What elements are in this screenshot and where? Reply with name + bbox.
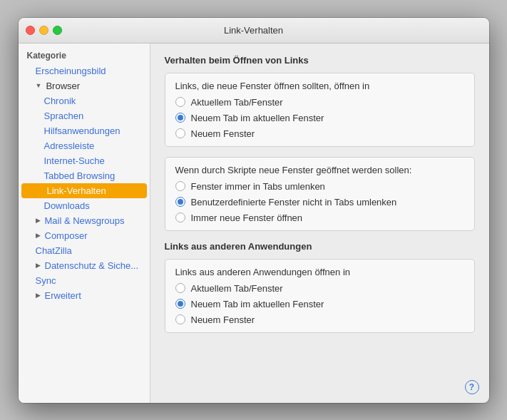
- radio-1a-label: Aktuellem Tab/Fenster: [191, 97, 283, 108]
- sidebar-item-sprachen[interactable]: Sprachen: [19, 108, 150, 123]
- expand-icon-composer: ▶: [36, 232, 41, 239]
- tabbed-browsing-link[interactable]: Tabbed Browsing: [44, 170, 116, 181]
- radio-1c-label: Neuem Fenster: [191, 128, 255, 139]
- radio-option-2c[interactable]: Immer neue Fenster öffnen: [175, 212, 464, 223]
- radio-option-2b[interactable]: Benutzerdefinierte Fenster nicht in Tabs…: [175, 197, 464, 208]
- expand-icon-mail: ▶: [36, 217, 41, 224]
- erweitert-link[interactable]: Erweitert: [45, 290, 81, 301]
- erscheinungsbild-link[interactable]: Erscheinungsbild: [36, 66, 106, 76]
- downloads-link[interactable]: Downloads: [44, 200, 90, 211]
- sidebar-item-composer[interactable]: ▶ Composer: [19, 228, 150, 243]
- datenschutz-link[interactable]: Datenschutz & Siche...: [45, 260, 139, 271]
- mail-newsgroups-link[interactable]: Mail & Newsgroups: [45, 215, 125, 226]
- main-window: Link-Verhalten Kategorie Erscheinungsbil…: [19, 18, 489, 403]
- window-title: Link-Verhalten: [224, 25, 283, 36]
- sidebar-item-chronik[interactable]: Chronik: [19, 93, 150, 108]
- group2-box: Wenn durch Skripte neue Fenster geöffnet…: [165, 157, 475, 231]
- group3-box: Links aus anderen Anwendungen öffnen in …: [165, 259, 475, 333]
- radio-3a-label: Aktuellem Tab/Fenster: [191, 283, 283, 294]
- radio-1a[interactable]: [175, 97, 185, 107]
- radio-3a[interactable]: [175, 283, 185, 293]
- radio-option-1b[interactable]: Neuem Tab im aktuellen Fenster: [175, 113, 464, 123]
- radio-2a-label: Fenster immer in Tabs umlenken: [191, 181, 325, 192]
- group1-box: Links, die neue Fenster öffnen sollten, …: [165, 73, 475, 147]
- titlebar: Link-Verhalten: [19, 18, 489, 43]
- chronik-link[interactable]: Chronik: [44, 96, 76, 106]
- sidebar-item-datenschutz[interactable]: ▶ Datenschutz & Siche...: [19, 258, 150, 273]
- help-button[interactable]: ?: [465, 380, 479, 394]
- sidebar-item-tabbed-browsing[interactable]: Tabbed Browsing: [19, 168, 150, 183]
- section1-title: Verhalten beim Öffnen von Links: [165, 55, 475, 66]
- sidebar: Kategorie Erscheinungsbild ▼ Browser Chr…: [19, 43, 150, 403]
- sidebar-item-internet-suche[interactable]: Internet-Suche: [19, 153, 150, 168]
- sidebar-item-adressleiste[interactable]: Adressleiste: [19, 138, 150, 153]
- internet-suche-link[interactable]: Internet-Suche: [44, 155, 105, 166]
- content-area: Kategorie Erscheinungsbild ▼ Browser Chr…: [19, 43, 489, 403]
- sidebar-header: Kategorie: [19, 49, 150, 63]
- radio-option-3b[interactable]: Neuem Tab im aktuellen Fenster: [175, 299, 464, 309]
- section2-title: Links aus anderen Anwendungen: [165, 241, 475, 252]
- minimize-button[interactable]: [39, 26, 48, 35]
- radio-option-3c[interactable]: Neuem Fenster: [175, 314, 464, 325]
- radio-option-1a[interactable]: Aktuellem Tab/Fenster: [175, 97, 464, 108]
- radio-1b[interactable]: [175, 113, 185, 123]
- hilfsanwendungen-link[interactable]: Hilfsanwendungen: [44, 126, 121, 136]
- radio-option-1c[interactable]: Neuem Fenster: [175, 128, 464, 139]
- radio-2a[interactable]: [175, 181, 185, 191]
- expand-icon-erweitert: ▶: [36, 292, 41, 299]
- radio-2c-label: Immer neue Fenster öffnen: [191, 212, 303, 223]
- radio-2b-label: Benutzerdefinierte Fenster nicht in Tabs…: [191, 197, 397, 208]
- group1-title: Links, die neue Fenster öffnen sollten, …: [175, 81, 464, 91]
- radio-3c[interactable]: [175, 314, 185, 324]
- sidebar-item-link-verhalten[interactable]: Link-Verhalten: [21, 183, 147, 198]
- sidebar-item-sync[interactable]: Sync: [19, 273, 150, 288]
- radio-3c-label: Neuem Fenster: [191, 314, 255, 325]
- maximize-button[interactable]: [53, 26, 62, 35]
- sidebar-item-browser[interactable]: ▼ Browser: [19, 78, 150, 93]
- group2-title: Wenn durch Skripte neue Fenster geöffnet…: [175, 165, 464, 175]
- sync-link[interactable]: Sync: [36, 275, 56, 286]
- radio-2c[interactable]: [175, 212, 185, 222]
- close-button[interactable]: [26, 26, 35, 35]
- radio-3b-label: Neuem Tab im aktuellen Fenster: [191, 299, 324, 309]
- radio-1c[interactable]: [175, 128, 185, 138]
- traffic-lights: [26, 26, 62, 35]
- group3-title: Links aus anderen Anwendungen öffnen in: [175, 267, 464, 277]
- sidebar-item-downloads[interactable]: Downloads: [19, 198, 150, 213]
- composer-link[interactable]: Composer: [45, 230, 88, 241]
- sidebar-item-hilfsanwendungen[interactable]: Hilfsanwendungen: [19, 123, 150, 138]
- radio-option-2a[interactable]: Fenster immer in Tabs umlenken: [175, 181, 464, 192]
- expand-icon-browser: ▼: [36, 82, 42, 89]
- chatzilla-link[interactable]: ChatZilla: [36, 245, 72, 256]
- radio-1b-label: Neuem Tab im aktuellen Fenster: [191, 113, 324, 123]
- radio-3b[interactable]: [175, 299, 185, 309]
- sprachen-link[interactable]: Sprachen: [44, 111, 84, 121]
- radio-option-3a[interactable]: Aktuellem Tab/Fenster: [175, 283, 464, 294]
- radio-2b[interactable]: [175, 197, 185, 207]
- expand-icon-datenschutz: ▶: [36, 262, 41, 269]
- sidebar-item-erscheinungsbild[interactable]: Erscheinungsbild: [19, 63, 150, 78]
- sidebar-item-chatzilla[interactable]: ChatZilla: [19, 243, 150, 258]
- main-content: Verhalten beim Öffnen von Links Links, d…: [150, 43, 489, 403]
- sidebar-item-erweitert[interactable]: ▶ Erweitert: [19, 288, 150, 303]
- adressleiste-link[interactable]: Adressleiste: [44, 140, 95, 151]
- sidebar-item-mail-newsgroups[interactable]: ▶ Mail & Newsgroups: [19, 213, 150, 228]
